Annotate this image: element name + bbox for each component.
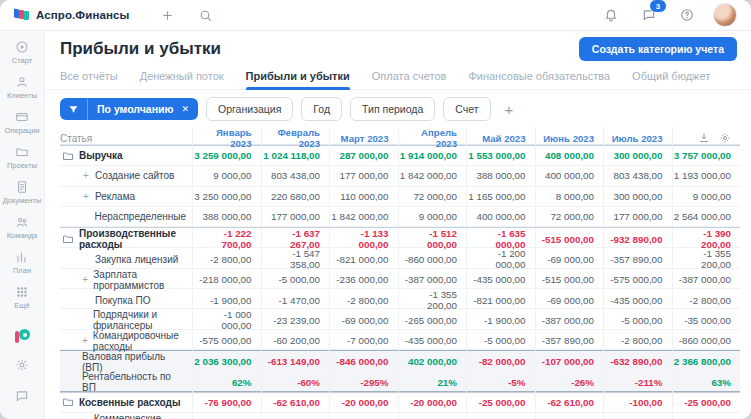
expand-plus-icon[interactable]: + — [82, 170, 90, 181]
value-cell: 63% — [672, 371, 741, 393]
more-grid-icon — [15, 284, 29, 299]
value-cell: -632 890,00 — [603, 351, 672, 373]
tab-5[interactable]: Финансовые обязательства — [468, 66, 610, 89]
expand-plus-icon[interactable]: + — [82, 335, 88, 346]
sidebar-item-label: Клиенты — [7, 91, 37, 100]
value-cell: -26% — [535, 371, 604, 393]
sidebar-item-5[interactable]: Документы — [3, 179, 42, 205]
messages-icon[interactable]: 3 — [637, 3, 661, 27]
tab-3[interactable]: Прибыли и убытки — [246, 66, 350, 89]
value-cell: 3 259 000,00 — [192, 146, 261, 165]
expand-plus-icon[interactable]: + — [82, 191, 90, 202]
table-row: +Зарплата программистов-218 000,00-5 000… — [60, 269, 740, 289]
row-label-cell[interactable]: +Создание сайтов — [60, 166, 192, 185]
tab-4[interactable]: Оплата счетов — [372, 66, 447, 89]
sidebar-item-4[interactable]: Проекты — [3, 144, 42, 170]
value-cell: -20 000,00 — [398, 393, 467, 412]
add-button[interactable] — [155, 3, 179, 27]
row-label-cell[interactable]: Подрядчики и фрилансеры — [60, 309, 192, 331]
value-cell: 110 000,00 — [329, 187, 398, 206]
row-label: Создание сайтов — [95, 170, 174, 181]
filter-chip-1[interactable]: Организация — [206, 97, 293, 121]
tab-2[interactable]: Денежный поток — [140, 66, 224, 89]
value-cell: -1 200 000,00 — [466, 248, 535, 270]
add-filter-button[interactable]: + — [499, 100, 520, 119]
value-cell: 1 553 000,00 — [466, 146, 535, 165]
row-label-cell[interactable]: +Зарплата программистов — [60, 269, 192, 291]
filter-clear-icon[interactable]: ✕ — [179, 99, 198, 119]
tab-1[interactable]: Все отчёты — [60, 66, 118, 89]
row-label-cell[interactable]: Косвенные расходы — [60, 393, 192, 412]
value-cell: -387 000,00 — [672, 269, 741, 291]
support-chat-icon[interactable] — [15, 389, 29, 407]
row-label: Зарплата программистов — [93, 269, 186, 291]
table-settings-gear-icon[interactable] — [719, 132, 731, 144]
report-tabs: Все отчётыДенежный потокПрибыли и убытки… — [45, 66, 751, 90]
value-cell: -2 800,00 — [329, 289, 398, 311]
create-category-button[interactable]: Создать категорию учета — [579, 37, 737, 61]
value-cell: -295% — [329, 371, 398, 393]
value-cell: -82 000,00 — [466, 351, 535, 373]
value-cell: -1 637 267,00 — [261, 228, 330, 250]
filter-chip-3[interactable]: Тип периода — [350, 97, 435, 121]
value-cell: -1 355 200,00 — [398, 289, 467, 311]
pnl-table: СтатьяЯнварь 2023Февраль 2023Март 2023Ап… — [60, 127, 740, 419]
filter-funnel-icon[interactable] — [60, 99, 88, 120]
value-cell: -387 000,00 — [535, 309, 604, 331]
value-cell: -20 000,00 — [329, 413, 398, 419]
row-label-cell[interactable]: Закупка лицензий — [60, 248, 192, 270]
sidebar-item-label: Команда — [7, 231, 38, 240]
value-cell: -515 000,00 — [535, 228, 604, 250]
sidebar: СтартКлиентыОперацииПроектыДокументыКома… — [0, 31, 45, 419]
value-cell: -15 000,00 — [672, 413, 741, 419]
main-content: Прибыли и убытки Создать категорию учета… — [45, 31, 751, 419]
app-logo[interactable]: Аспро.Финансы — [14, 9, 129, 22]
value-cell: -821 000,00 — [466, 289, 535, 311]
value-cell: -107 000,00 — [535, 351, 604, 373]
settings-gear-icon[interactable] — [15, 358, 29, 376]
sidebar-item-2[interactable]: Клиенты — [3, 74, 42, 100]
sidebar-item-3[interactable]: Операции — [3, 109, 42, 135]
row-label-cell[interactable]: Нераспределенные — [60, 207, 192, 226]
value-cell: 402 000,00 — [398, 351, 467, 373]
clients-icon — [15, 74, 29, 89]
help-icon[interactable] — [675, 3, 699, 27]
sidebar-item-1[interactable]: Старт — [3, 39, 42, 65]
value-cell: 1 193 000,00 — [672, 166, 741, 185]
row-label-cell[interactable]: +Коммерческие расходы — [60, 413, 192, 419]
row-label-cell[interactable]: Производственные расходы — [60, 228, 192, 250]
value-cell: -860 000,00 — [672, 330, 741, 352]
sidebar-item-8[interactable]: Ещё — [3, 284, 42, 310]
value-cell: 803 438,00 — [261, 166, 330, 185]
filter-chip-2[interactable]: Год — [301, 97, 342, 121]
row-label-cell[interactable]: Покупка ПО — [60, 289, 192, 311]
user-avatar[interactable] — [713, 3, 737, 27]
table-row: +Коммерческие расходы-40 800,00-61 530,0… — [60, 413, 740, 419]
value-cell: 300 000,00 — [603, 187, 672, 206]
folder-icon[interactable] — [62, 396, 74, 408]
plan-icon — [15, 249, 29, 264]
row-label: Валовая прибыль (ВП) — [82, 351, 186, 373]
operations-icon — [15, 109, 29, 124]
value-cell: 388 000,00 — [466, 166, 535, 185]
expand-plus-icon[interactable]: + — [82, 274, 88, 285]
sidebar-item-7[interactable]: План — [3, 249, 42, 275]
download-icon[interactable] — [698, 132, 710, 144]
notifications-bell-icon[interactable] — [599, 3, 623, 27]
filter-chip-4[interactable]: Счет — [443, 97, 490, 121]
active-filter-chip[interactable]: По умолчанию ✕ — [60, 98, 198, 120]
row-label-cell[interactable]: +Командировочные расходы — [60, 330, 192, 352]
tab-6[interactable]: Общий бюджет — [632, 66, 710, 89]
folder-icon[interactable] — [62, 233, 74, 245]
value-cell: 1 842 000,00 — [329, 207, 398, 226]
value-cell: -1 900,00 — [466, 309, 535, 331]
table-row: Нераспределенные388 000,00177 000,001 84… — [60, 207, 740, 227]
sidebar-item-6[interactable]: Команда — [3, 214, 42, 240]
value-cell: -20 000,00 — [603, 413, 672, 419]
search-icon[interactable] — [193, 3, 217, 27]
product-logo-icon[interactable] — [14, 329, 30, 345]
folder-icon[interactable] — [62, 150, 74, 162]
row-label-cell[interactable]: +Реклама — [60, 187, 192, 206]
row-label-cell[interactable]: Выручка — [60, 146, 192, 165]
value-cell: 2 036 300,00 — [192, 351, 261, 373]
